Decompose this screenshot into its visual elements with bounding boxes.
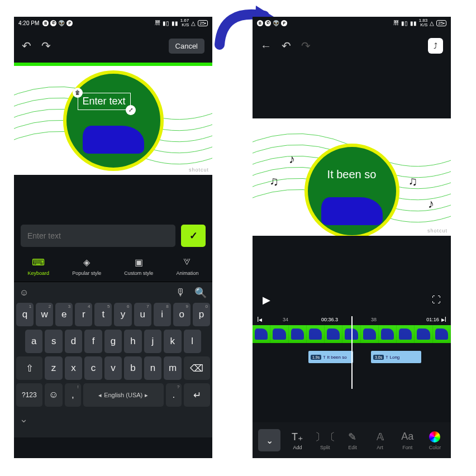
edit-label: Edit [348,445,357,450]
key-l[interactable]: l [184,330,201,353]
font-button[interactable]: Aa Font [394,431,421,450]
music-note-icon: ♪ [289,152,295,166]
tab-keyboard[interactable]: ⌨ Keyboard [28,256,50,276]
scale-handle[interactable]: ⤢ [126,105,136,115]
key-i[interactable]: 8i [154,303,171,326]
reddit-icon: 👽 [58,20,65,26]
signal-icon: ▮▯ [401,20,408,26]
key-t[interactable]: 5t [94,303,112,326]
key-r[interactable]: 4r [75,303,92,326]
key-space[interactable]: ◂ English (USA) ▸ [83,383,164,407]
confirm-button[interactable]: ✓ [181,225,206,247]
text-input-panel: ✓ [14,217,212,253]
music-note-icon: ♪ [428,197,434,211]
fullscreen-button[interactable]: ⛶ [432,295,441,305]
key-emoji[interactable]: ☺ [45,383,63,407]
text-clip-2[interactable]: 3.0s T Long [371,351,421,363]
battery-icon: 25▪ [436,20,446,26]
key-k[interactable]: k [164,330,181,353]
key-q[interactable]: 1q [16,303,34,326]
font-icon: Aa [401,431,413,443]
tab-custom-style[interactable]: ▣ Custom style [124,256,153,276]
key-o[interactable]: 9o [173,303,191,326]
key-j[interactable]: j [144,330,161,353]
key-c[interactable]: c [84,356,102,380]
key-e[interactable]: 3e [55,303,73,326]
split-button[interactable]: 〕〔 Split [311,431,339,450]
thermal-icon: △ [191,20,196,26]
keyboard-row-2: a s d f g h j k l [14,328,212,355]
key-enter[interactable]: ↵ [184,383,210,407]
text-clip-1[interactable]: 1.9s T It been so [308,351,353,363]
text-icon: T [385,355,388,359]
playback-row: ▶ ⛶ [253,286,451,314]
key-g[interactable]: g [104,330,122,353]
next-frame-button[interactable]: ▸I [441,316,446,323]
mic-icon[interactable]: 🎙 [175,287,185,299]
color-button[interactable]: Color [421,431,449,450]
key-p[interactable]: 0p [193,303,210,326]
dinosaur-graphic [321,197,383,225]
font-label: Font [402,445,412,450]
edit-button[interactable]: ✎ Edit [339,431,366,450]
key-b[interactable]: b [124,356,142,380]
key-shift[interactable]: ⇧ [16,356,42,380]
delete-handle[interactable]: 🗑 [73,88,83,98]
tab-animation-label: Animation [176,270,198,276]
text-input[interactable] [21,225,175,247]
key-x[interactable]: x [65,356,83,380]
emoji-toggle-icon[interactable]: ☺ [20,288,28,298]
play-button[interactable]: ▶ [263,294,270,306]
redo-button[interactable]: ↷ [301,39,311,53]
key-z[interactable]: z [45,356,63,380]
keyboard-icon: ⌨ [32,256,45,268]
key-period[interactable]: ?. [166,383,182,407]
status-time: 4:20 PM [18,20,39,26]
clip-label: Long [390,355,400,360]
add-text-button[interactable]: T₊ Add [284,431,311,450]
key-u[interactable]: 7u [134,303,151,326]
key-a[interactable]: a [25,330,42,353]
net-unit: K/S [420,22,427,27]
ruler-duration: 01:16 [397,317,439,322]
popular-style-icon: ◈ [80,256,93,268]
key-backspace[interactable]: ⌫ [184,356,210,380]
back-button[interactable]: ← [260,40,272,53]
search-icon[interactable]: 🔍 [194,287,207,299]
redo-button[interactable]: ↷ [41,39,51,53]
tab-animation[interactable]: ⩔ Animation [176,256,198,276]
battery-icon: 25▪ [198,20,208,26]
phone-right: B ✆ 👽 P 曆 ▮▯ ▮▮ 1.83 K/S △ 25▪ ← ↶ ↷ ⤴ [253,17,451,458]
dinosaur-graphic [83,126,144,154]
cancel-button[interactable]: Cancel [169,39,204,54]
key-h[interactable]: h [124,330,141,353]
key-v[interactable]: v [104,356,122,380]
signal-icon: ▮▯ [163,20,169,26]
prev-frame-button[interactable]: I◂ [257,316,262,323]
key-y[interactable]: 6y [114,303,131,326]
key-numbers[interactable]: ?123 [16,383,42,407]
art-button[interactable]: 𝔸 Art [366,431,394,450]
key-s[interactable]: s [45,330,62,353]
close-panel-button[interactable]: ⌄ [258,429,280,451]
watermark: shotcut [427,228,448,234]
keyboard-collapse[interactable]: ⌄ [14,408,212,430]
animation-icon: ⩔ [181,256,193,268]
key-comma[interactable]: !, [65,383,81,407]
key-m[interactable]: m [164,356,182,380]
key-f[interactable]: f [84,330,102,353]
key-w[interactable]: 2w [36,303,53,326]
tab-popular-style[interactable]: ◈ Popular style [72,256,101,276]
undo-button[interactable]: ↶ [282,39,291,53]
split-icon: 〕〔 [315,431,335,443]
status-app-icon: B [42,20,49,26]
video-preview: Enter text 🗑 ⤢ shotcut [14,66,212,175]
text-overlay[interactable]: Enter text 🗑 ⤢ [78,93,131,110]
edit-icon: ✎ [348,431,356,443]
export-button[interactable]: ⤴ [428,38,443,54]
key-n[interactable]: n [144,356,162,380]
key-d[interactable]: d [65,330,82,353]
wifi-icon: 曆 [155,19,160,27]
undo-button[interactable]: ↶ [22,39,31,53]
playhead[interactable] [351,316,353,389]
